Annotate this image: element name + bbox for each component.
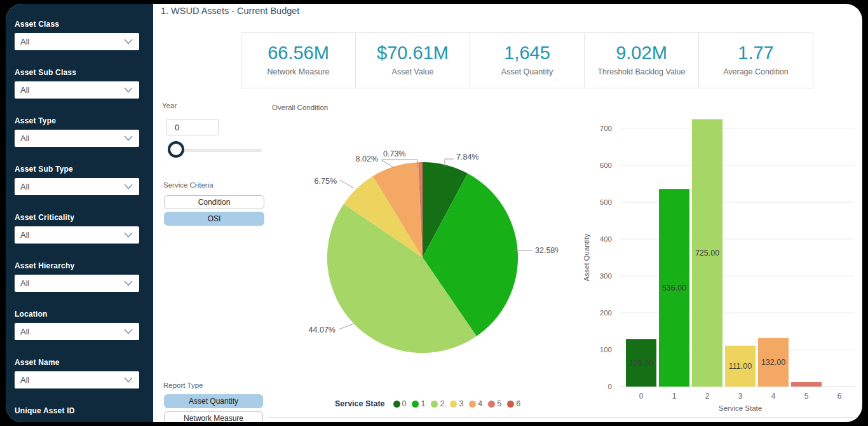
kpi-label: Average Condition <box>699 67 813 76</box>
legend-item-state-5[interactable]: 5 <box>488 399 501 408</box>
y-tick-label: 500 <box>600 198 612 206</box>
x-tick-label: 1 <box>672 392 677 401</box>
legend-dot-icon <box>431 401 438 408</box>
filter-label: Asset Type <box>15 116 153 125</box>
kpi-value: 1.77 <box>699 43 813 64</box>
filter-group-asset-sub-class: Asset Sub ClassAll <box>15 68 153 116</box>
kpi-row: 66.56MNetwork Measure$70.61MAsset Value1… <box>241 32 813 88</box>
filter-group-asset-hierarchy: Asset HierarchyAll <box>15 261 153 310</box>
y-tick-label: 100 <box>600 346 612 354</box>
pie-slice-percent-label: 8.02% <box>356 155 378 163</box>
filter-group-asset-type: Asset TypeAll <box>15 116 153 165</box>
condition-button[interactable]: Condition <box>164 195 264 209</box>
service-criteria-label: Service Criteria <box>163 181 214 189</box>
bar-state-5[interactable] <box>791 382 822 387</box>
kpi-card-threshold-backlog-value: 9.02MThreshold Backlog Value <box>585 33 699 88</box>
legend-item-label: 4 <box>478 399 482 408</box>
chevron-down-icon <box>124 135 133 141</box>
osi-button[interactable]: OSI <box>164 212 264 226</box>
overall-condition-pie-chart: 7.84%32.58%44.07%6.75%8.02%0.73% <box>260 121 559 382</box>
legend-dot-icon <box>412 401 419 408</box>
bar-x-axis-title: Service State <box>719 404 762 412</box>
page-title: 1. WSUD Assets - Current Budget <box>161 6 299 16</box>
kpi-card-network-measure: 66.56MNetwork Measure <box>241 33 356 88</box>
dropdown-value: All <box>20 182 29 191</box>
filter-label: Unique Asset ID <box>15 406 153 415</box>
dropdown-value: All <box>20 375 29 385</box>
x-tick-label: 6 <box>837 392 842 401</box>
dashboard-window: Asset ClassAllAsset Sub ClassAllAsset Ty… <box>6 4 862 422</box>
filter-label: Asset Sub Class <box>15 68 153 77</box>
network-measure-button[interactable]: Network Measure <box>164 411 263 422</box>
chevron-down-icon <box>124 184 133 189</box>
legend-item-state-4[interactable]: 4 <box>469 399 482 408</box>
service-state-legend: Service State 0123456 <box>335 399 526 408</box>
filter-label: Asset Hierarchy <box>15 261 153 270</box>
x-tick-label: 5 <box>804 392 809 401</box>
filter-dropdown-asset-type[interactable]: All <box>15 130 139 147</box>
filter-label: Asset Sub Type <box>15 165 153 174</box>
legend-item-label: 5 <box>497 399 501 408</box>
legend-item-label: 3 <box>459 399 463 408</box>
filter-label: Location <box>15 310 153 319</box>
pie-slice-percent-label: 7.84% <box>456 153 478 161</box>
legend-item-label: 0 <box>402 399 407 408</box>
chevron-down-icon <box>124 232 133 238</box>
year-slider-handle[interactable] <box>168 141 184 158</box>
legend-dot-icon <box>469 401 476 408</box>
year-input[interactable]: 0 <box>166 119 219 135</box>
legend-item-label: 2 <box>440 399 444 408</box>
kpi-label: Network Measure <box>241 67 355 76</box>
filter-dropdown-asset-criticality[interactable]: All <box>15 226 139 244</box>
visual-bottom-border <box>267 417 860 418</box>
legend-item-label: 1 <box>421 399 425 408</box>
kpi-value: 1,645 <box>470 43 584 64</box>
y-tick-label: 0 <box>608 383 612 390</box>
filter-group-asset-sub-type: Asset Sub TypeAll <box>15 165 153 213</box>
y-tick-label: 200 <box>600 309 612 317</box>
y-tick-label: 600 <box>600 161 612 169</box>
filter-dropdown-asset-sub-class[interactable]: All <box>15 81 139 99</box>
dropdown-value: All <box>20 85 29 95</box>
x-tick-label: 0 <box>639 392 644 401</box>
filter-dropdown-asset-sub-type[interactable]: All <box>15 178 139 195</box>
x-tick-label: 3 <box>738 392 743 401</box>
service-state-bar-chart: Asset Quantity Service State 01002003004… <box>578 118 862 420</box>
legend-dot-icon <box>393 401 400 408</box>
legend-dot-icon <box>488 401 495 408</box>
legend-item-state-2[interactable]: 2 <box>431 399 444 408</box>
filter-group-unique-asset-id: Unique Asset ID <box>15 406 153 422</box>
legend-item-state-6[interactable]: 6 <box>507 399 520 408</box>
bar-value-label: 111.00 <box>729 362 752 371</box>
chevron-down-icon <box>124 87 133 93</box>
filter-group-asset-criticality: Asset CriticalityAll <box>15 213 153 261</box>
chevron-down-icon <box>124 329 133 334</box>
filter-dropdown-asset-class[interactable]: All <box>15 33 139 50</box>
kpi-label: Asset Value <box>356 67 470 76</box>
pie-chart-title: Overall Condition <box>272 104 328 111</box>
y-tick-label: 400 <box>600 235 612 243</box>
legend-title: Service State <box>335 399 385 408</box>
legend-item-state-3[interactable]: 3 <box>450 399 463 408</box>
legend-dot-icon <box>507 401 514 408</box>
legend-item-state-1[interactable]: 1 <box>412 399 425 408</box>
dropdown-value: All <box>20 327 29 336</box>
year-label: Year <box>162 102 177 109</box>
chevron-down-icon <box>124 39 133 45</box>
chevron-down-icon <box>124 280 133 286</box>
asset-quantity-button[interactable]: Asset Quantity <box>164 394 263 408</box>
legend-item-state-0[interactable]: 0 <box>393 399 407 408</box>
bar-value-label: 536.00 <box>662 284 686 292</box>
kpi-card-average-condition: 1.77Average Condition <box>699 33 813 88</box>
legend-item-label: 6 <box>516 399 520 408</box>
x-tick-label: 4 <box>771 392 776 401</box>
filter-label: Asset Criticality <box>15 213 153 222</box>
pie-slice-percent-label: 0.73% <box>383 149 405 158</box>
filter-group-location: LocationAll <box>15 310 153 358</box>
filter-dropdown-location[interactable]: All <box>15 323 139 340</box>
kpi-card-asset-value: $70.61MAsset Value <box>356 33 470 88</box>
filter-dropdown-asset-name[interactable]: All <box>15 371 139 388</box>
kpi-label: Asset Quantity <box>470 67 584 76</box>
dropdown-value: All <box>20 230 29 240</box>
filter-dropdown-asset-hierarchy[interactable]: All <box>15 275 139 292</box>
